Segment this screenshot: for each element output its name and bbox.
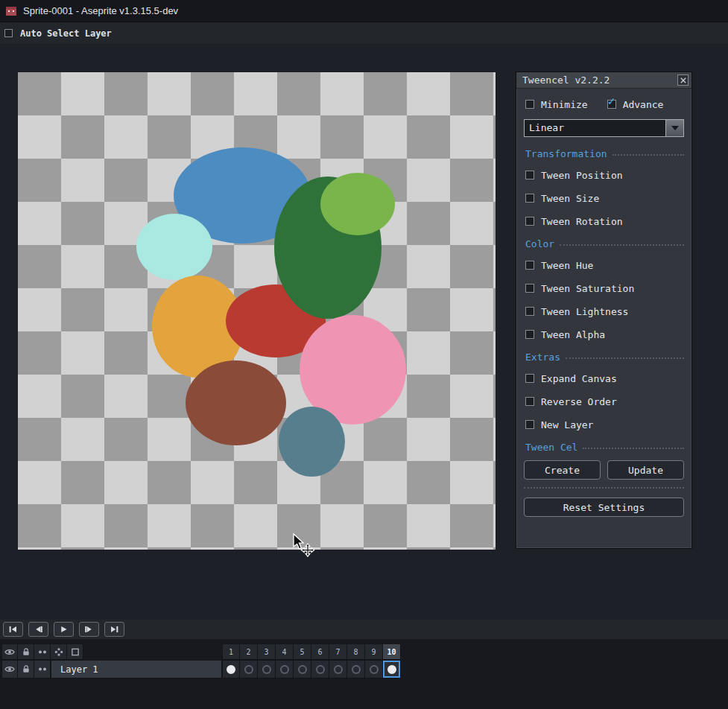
expand-canvas-checkbox[interactable] <box>525 374 534 383</box>
frame-header-4[interactable]: 4 <box>276 643 294 660</box>
minimize-checkbox-row[interactable]: Minimize <box>525 96 588 112</box>
last-frame-button[interactable] <box>104 622 124 637</box>
layer-name[interactable]: Layer 1 <box>51 660 222 678</box>
frame-header-8[interactable]: 8 <box>347 643 365 660</box>
tween-alpha-label: Tween Alpha <box>541 329 605 340</box>
update-button[interactable]: Update <box>607 460 684 480</box>
workspace: Tweencel v2.2.2 Minimize Advance <box>0 44 728 620</box>
dialog-close-button[interactable] <box>677 74 689 86</box>
dialog-options-row: Minimize Advance <box>525 97 684 112</box>
prev-icon <box>34 626 43 633</box>
sprite-canvas[interactable] <box>18 72 496 550</box>
checkbox-row-tween-position[interactable]: Tween Position <box>525 167 684 183</box>
cel-frame-7[interactable] <box>329 660 347 678</box>
cel-frame-3[interactable] <box>258 660 276 678</box>
dialog-titlebar[interactable]: Tweencel v2.2.2 <box>516 72 691 89</box>
cel-empty-indicator <box>298 665 307 674</box>
dotted-rule <box>566 357 684 359</box>
tween-position-label: Tween Position <box>541 170 623 181</box>
cel-frame-8[interactable] <box>347 660 365 678</box>
easing-dropdown-button[interactable] <box>665 120 683 136</box>
next-frame-button[interactable] <box>79 622 99 637</box>
teal-blob <box>279 407 345 477</box>
checkbox-row-reverse-order[interactable]: Reverse Order <box>525 393 684 410</box>
checkbox-row-tween-hue[interactable]: Tween Hue <box>525 257 684 273</box>
continuous-toggle[interactable] <box>34 643 51 660</box>
cel-frame-4[interactable] <box>276 660 294 678</box>
lock-icon <box>21 665 31 673</box>
section-title: Transformation <box>525 148 607 159</box>
dotted-rule <box>560 244 684 246</box>
easing-dropdown[interactable]: Linear <box>524 119 684 137</box>
create-button[interactable]: Create <box>524 460 601 480</box>
cel-frame-6[interactable] <box>311 660 329 678</box>
cel-box-button[interactable] <box>67 643 83 660</box>
frame-header-1[interactable]: 1 <box>222 643 240 660</box>
new-layer-checkbox[interactable] <box>525 420 534 429</box>
frame-header-6[interactable]: 6 <box>311 643 329 660</box>
checkbox-row-tween-lightness[interactable]: Tween Lightness <box>525 303 684 319</box>
checkbox-row-new-layer[interactable]: New Layer <box>525 416 684 433</box>
tween-lightness-label: Tween Lightness <box>541 306 628 317</box>
cel-box-icon <box>70 648 80 656</box>
tween-lightness-checkbox[interactable] <box>525 307 534 316</box>
timeline-layer-row: Layer 1 <box>0 660 728 678</box>
frame-header-9[interactable]: 9 <box>365 643 383 660</box>
reverse-order-checkbox[interactable] <box>525 397 534 406</box>
layer-continuous-toggle[interactable] <box>34 660 51 678</box>
prev-frame-button[interactable] <box>28 622 48 637</box>
cel-frame-1[interactable] <box>222 660 240 678</box>
play-icon <box>59 626 69 633</box>
tween-rotation-checkbox[interactable] <box>525 217 534 226</box>
cel-frame-10[interactable] <box>383 660 401 678</box>
checkbox-row-tween-saturation[interactable]: Tween Saturation <box>525 280 684 296</box>
advance-checkbox-row[interactable]: Advance <box>607 96 664 112</box>
tween-size-checkbox[interactable] <box>525 194 534 203</box>
lock-icon <box>21 648 31 656</box>
tween-hue-checkbox[interactable] <box>525 261 534 270</box>
frame-header-2[interactable]: 2 <box>240 643 258 660</box>
cel-frame-2[interactable] <box>240 660 258 678</box>
layer-lock-toggle[interactable] <box>18 660 34 678</box>
layer-eye-toggle[interactable] <box>1 660 18 678</box>
cel-empty-indicator <box>262 665 271 674</box>
lock-toggle[interactable] <box>18 643 34 660</box>
advance-checkbox[interactable] <box>607 100 616 109</box>
cel-empty-indicator <box>280 665 289 674</box>
cel-empty-indicator <box>352 665 361 674</box>
auto-select-layer-checkbox[interactable] <box>4 29 13 37</box>
cel-empty-indicator <box>316 665 325 674</box>
cel-frame-9[interactable] <box>365 660 383 678</box>
light-green-blob <box>320 173 395 235</box>
tween-saturation-checkbox[interactable] <box>525 284 534 293</box>
next-icon <box>84 626 94 633</box>
dialog-separator <box>524 487 684 489</box>
playback-bar <box>0 620 728 639</box>
frame-header-7[interactable]: 7 <box>329 643 347 660</box>
frame-header-3[interactable]: 3 <box>258 643 276 660</box>
timeline-options-button[interactable] <box>51 643 67 660</box>
checkbox-row-expand-canvas[interactable]: Expand Canvas <box>525 370 684 387</box>
play-button[interactable] <box>54 622 74 637</box>
first-frame-button[interactable] <box>3 622 23 637</box>
aseprite-app-icon <box>5 5 17 17</box>
new-layer-label: New Layer <box>541 419 593 430</box>
minimize-checkbox[interactable] <box>525 100 534 109</box>
tween-position-checkbox[interactable] <box>525 171 534 179</box>
eye-visibility-toggle[interactable] <box>1 643 18 660</box>
frame-header-5[interactable]: 5 <box>294 643 311 660</box>
tween-alpha-checkbox[interactable] <box>525 330 534 339</box>
cel-frame-5[interactable] <box>294 660 311 678</box>
chevron-down-icon <box>671 126 679 130</box>
checkbox-row-tween-alpha[interactable]: Tween Alpha <box>525 326 684 343</box>
reset-settings-button[interactable]: Reset Settings <box>524 497 684 517</box>
checkbox-row-tween-rotation[interactable]: Tween Rotation <box>525 213 684 229</box>
section-header-transformation: Transformation <box>525 146 684 161</box>
minimize-label: Minimize <box>541 99 588 110</box>
tween-rotation-label: Tween Rotation <box>541 216 623 227</box>
dialog-title: Tweencel v2.2.2 <box>522 74 677 86</box>
close-icon <box>680 77 686 83</box>
checkbox-row-tween-size[interactable]: Tween Size <box>525 190 684 206</box>
timeline: 12345678910 <box>0 639 728 709</box>
frame-header-10[interactable]: 10 <box>383 643 401 660</box>
